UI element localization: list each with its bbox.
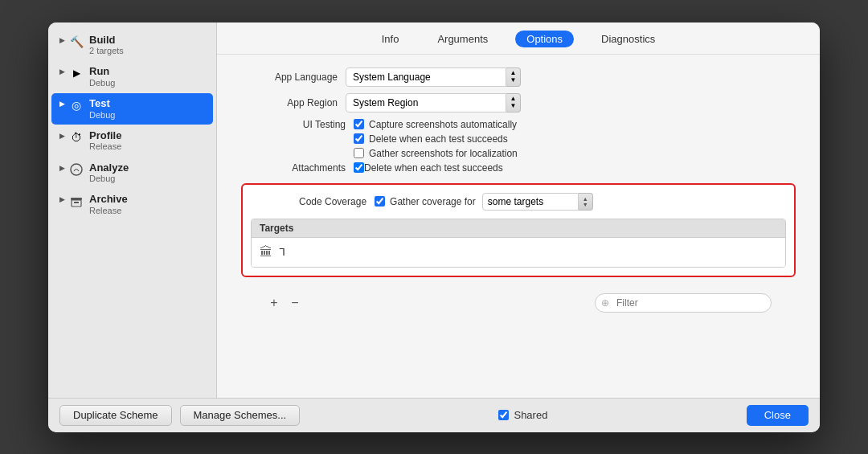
target-name: ᒣ — [279, 246, 285, 258]
sidebar-item-analyze[interactable]: ▶ Analyze Debug — [51, 157, 213, 189]
sidebar-item-run[interactable]: ▶ ▶ Run Debug — [51, 61, 213, 92]
sidebar-item-archive-name: Archive — [89, 193, 128, 206]
manage-schemes-button[interactable]: Manage Schemes... — [180, 405, 301, 426]
app-language-select[interactable]: System Language — [346, 67, 506, 87]
sidebar-item-profile-name: Profile — [89, 129, 121, 142]
sidebar-item-run-sub: Debug — [89, 78, 115, 88]
shared-checkbox-group: Shared — [498, 409, 547, 421]
tab-arguments[interactable]: Arguments — [426, 31, 499, 47]
code-coverage-label: Code Coverage — [299, 196, 366, 207]
sidebar-item-archive-sub: Release — [89, 206, 128, 216]
targets-header: Targets — [252, 219, 785, 238]
app-region-select-group: System Region ▲ ▼ — [346, 93, 521, 112]
coverage-select-area: some targets ▲ ▼ — [482, 193, 593, 211]
scheme-editor-dialog: ▶ 🔨 Build 2 targets ▶ ▶ Run Debug ▶ ◎ — [48, 22, 820, 432]
app-region-select[interactable]: System Region — [346, 93, 506, 112]
arrow-icon: ▶ — [59, 132, 65, 140]
dialog-footer: Duplicate Scheme Manage Schemes... Share… — [48, 398, 820, 432]
sidebar-item-build[interactable]: ▶ 🔨 Build 2 targets — [51, 30, 213, 61]
arrow-icon: ▶ — [59, 164, 65, 172]
run-icon: ▶ — [68, 65, 84, 81]
sidebar-item-profile-sub: Release — [89, 141, 121, 152]
ui-testing-section: UI Testing Capture screenshots automatic… — [241, 119, 796, 174]
shared-label: Shared — [514, 409, 547, 421]
coverage-scope-stepper[interactable]: ▲ ▼ — [579, 193, 593, 211]
delete-succeeds-row: Delete when each test succeeds — [241, 133, 796, 145]
sidebar-item-analyze-name: Analyze — [89, 162, 129, 174]
add-target-button[interactable]: + — [265, 294, 283, 312]
filter-icon: ⊕ — [601, 297, 609, 309]
build-icon: 🔨 — [68, 34, 84, 50]
footer-left: Duplicate Scheme Manage Schemes... — [59, 405, 300, 426]
content-area: App Language System Language ▲ ▼ App Reg… — [217, 55, 820, 398]
app-region-row: App Region System Region ▲ ▼ — [241, 93, 796, 112]
gather-screenshots-checkbox[interactable] — [354, 148, 364, 158]
sidebar-item-build-sub: 2 targets — [89, 46, 124, 56]
main-content: Info Arguments Options Diagnostics App L… — [217, 22, 820, 398]
coverage-scope-select[interactable]: some targets — [482, 193, 579, 211]
sidebar-item-test-name: Test — [89, 97, 115, 110]
gather-coverage-checkbox[interactable] — [375, 196, 385, 207]
svg-rect-3 — [74, 202, 79, 203]
gather-screenshots-label: Gather screenshots for localization — [369, 148, 518, 159]
duplicate-scheme-button[interactable]: Duplicate Scheme — [59, 405, 172, 426]
tab-bar: Info Arguments Options Diagnostics — [217, 22, 820, 55]
target-building-icon: 🏛 — [260, 245, 272, 260]
gather-coverage-check: Gather coverage for — [375, 196, 476, 207]
sidebar-item-build-name: Build — [89, 34, 124, 47]
ui-testing-label: UI Testing — [241, 119, 346, 130]
sidebar-item-test-sub: Debug — [89, 110, 115, 121]
attachments-row: Attachments Delete when each test succee… — [241, 162, 796, 174]
sidebar: ▶ 🔨 Build 2 targets ▶ ▶ Run Debug ▶ ◎ — [48, 22, 217, 398]
filter-input-wrapper: ⊕ — [595, 293, 772, 313]
bottom-actions: + − ⊕ — [241, 287, 796, 319]
analyze-icon — [68, 162, 84, 178]
app-region-label: App Region — [241, 97, 338, 108]
targets-table: Targets 🏛 ᒣ — [251, 219, 786, 268]
app-language-label: App Language — [241, 72, 338, 83]
coverage-header: Code Coverage Gather coverage for some t… — [251, 193, 786, 211]
delete-succeeds-label: Delete when each test succeeds — [369, 133, 508, 145]
add-remove-btns: + − — [265, 294, 304, 312]
attachments-label: Attachments — [241, 162, 346, 174]
tab-options[interactable]: Options — [515, 31, 574, 47]
remove-target-button[interactable]: − — [286, 294, 304, 312]
app-region-stepper[interactable]: ▲ ▼ — [506, 93, 521, 112]
dialog-body: ▶ 🔨 Build 2 targets ▶ ▶ Run Debug ▶ ◎ — [48, 22, 820, 398]
arrow-icon: ▶ — [59, 67, 65, 76]
capture-screenshots-row: UI Testing Capture screenshots automatic… — [241, 119, 796, 130]
gather-coverage-label: Gather coverage for — [390, 196, 476, 207]
shared-checkbox[interactable] — [498, 410, 509, 420]
capture-screenshots-checkbox[interactable] — [354, 119, 364, 129]
app-language-select-group: System Language ▲ ▼ — [346, 67, 521, 87]
table-row: 🏛 ᒣ — [252, 238, 785, 267]
test-icon: ◎ — [68, 97, 84, 113]
sidebar-item-test[interactable]: ▶ ◎ Test Debug — [51, 93, 213, 125]
attachments-checkbox[interactable] — [354, 162, 364, 173]
arrow-icon: ▶ — [59, 36, 65, 44]
app-language-stepper[interactable]: ▲ ▼ — [506, 67, 521, 87]
sidebar-item-run-name: Run — [89, 65, 115, 78]
tab-diagnostics[interactable]: Diagnostics — [590, 31, 666, 47]
attachments-label-text: Delete when each test succeeds — [364, 162, 503, 174]
code-coverage-box: Code Coverage Gather coverage for some t… — [241, 183, 796, 277]
capture-screenshots-label: Capture screenshots automatically — [369, 119, 517, 130]
filter-input[interactable] — [595, 293, 772, 313]
archive-icon — [68, 193, 84, 209]
close-button[interactable]: Close — [747, 405, 809, 426]
gather-screenshots-row: Gather screenshots for localization — [241, 148, 796, 159]
sidebar-item-analyze-sub: Debug — [89, 174, 129, 184]
arrow-icon: ▶ — [59, 100, 65, 108]
app-language-row: App Language System Language ▲ ▼ — [241, 67, 796, 87]
delete-succeeds-checkbox[interactable] — [354, 133, 364, 144]
arrow-icon: ▶ — [59, 195, 65, 203]
tab-info[interactable]: Info — [371, 31, 411, 47]
sidebar-item-archive[interactable]: ▶ Archive Release — [51, 189, 213, 220]
profile-icon: ⏱ — [68, 129, 84, 145]
sidebar-item-profile[interactable]: ▶ ⏱ Profile Release — [51, 125, 213, 157]
